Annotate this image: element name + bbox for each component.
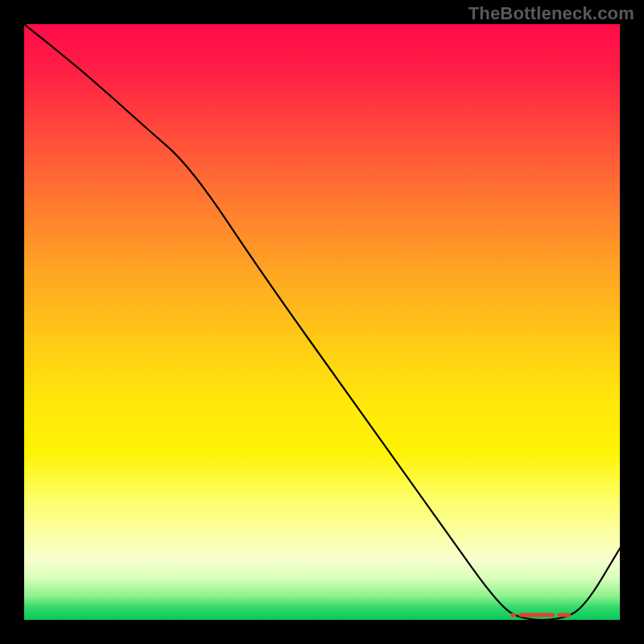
- bottleneck-curve: [24, 24, 620, 620]
- chart-container: TheBottleneck.com: [0, 0, 644, 644]
- plot-area: [24, 24, 620, 620]
- chart-svg: [24, 24, 620, 620]
- watermark-text: TheBottleneck.com: [469, 3, 634, 24]
